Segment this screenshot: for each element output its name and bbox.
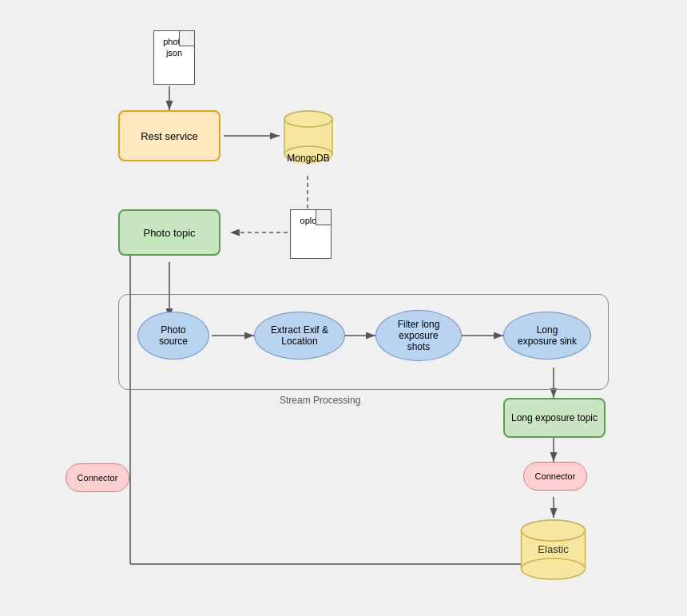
photo-json-doc: photo json <box>153 30 195 85</box>
long-exposure-topic-node: Long exposure topic <box>503 398 606 438</box>
rest-service-label: Rest service <box>141 130 198 142</box>
mongodb-node: MongoDB <box>280 108 337 165</box>
oplog-label: oplog <box>300 216 322 225</box>
elastic-node: Elastic <box>515 518 591 582</box>
photo-json-label: photo json <box>163 37 185 58</box>
stream-processing-label: Stream Processing <box>280 395 360 406</box>
extract-exif-label: Extract Exif & Location <box>271 324 328 347</box>
photo-source-node: Photo source <box>137 312 209 360</box>
connector-right-node: Connector <box>523 462 587 491</box>
svg-text:Elastic: Elastic <box>538 543 569 555</box>
photo-topic-label: Photo topic <box>143 227 195 239</box>
photo-source-label: Photo source <box>159 324 188 347</box>
svg-point-22 <box>284 111 332 127</box>
extract-exif-node: Extract Exif & Location <box>254 312 345 360</box>
filter-long-label: Filter long exposure shots <box>398 319 440 352</box>
mongodb-label: MongoDB <box>280 153 337 164</box>
diagram: photo json Rest service MongoDB oplog Ph… <box>0 0 687 616</box>
connector-left-label: Connector <box>77 473 118 483</box>
long-exposure-topic-label: Long exposure topic <box>511 412 598 423</box>
filter-long-node: Filter long exposure shots <box>375 310 462 361</box>
long-exposure-sink-label: Long exposure sink <box>518 324 577 347</box>
connector-right-label: Connector <box>535 471 576 481</box>
connector-left-node: Connector <box>66 463 129 492</box>
rest-service-node: Rest service <box>118 110 220 161</box>
photo-topic-node: Photo topic <box>118 209 220 256</box>
svg-point-27 <box>522 558 586 579</box>
oplog-doc: oplog <box>290 209 332 259</box>
long-exposure-sink-node: Long exposure sink <box>503 312 591 360</box>
svg-point-28 <box>522 520 586 541</box>
